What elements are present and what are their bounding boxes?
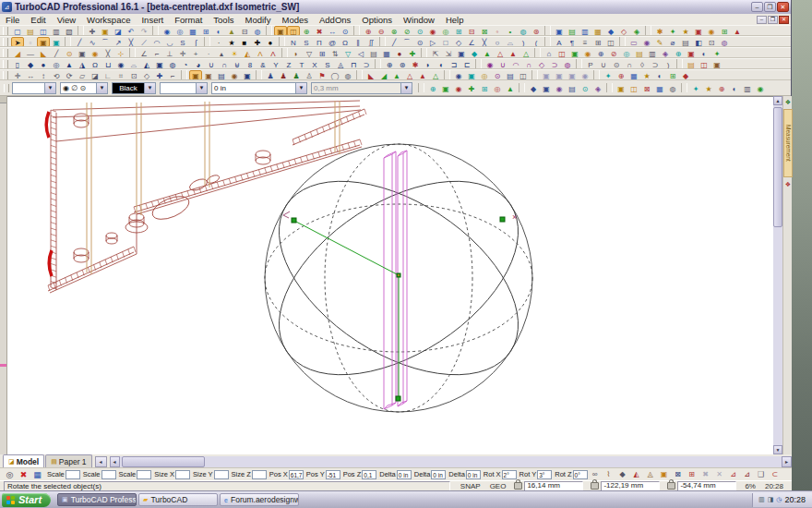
field-input[interactable]: 0° — [573, 470, 588, 479]
toolbar-icon[interactable]: ▢ — [11, 26, 24, 36]
toolbar-icon[interactable]: ▤ — [215, 70, 228, 80]
toolbar-icon[interactable]: Λ — [267, 48, 280, 58]
field-input[interactable]: -51 — [326, 470, 340, 479]
toolbar-icon[interactable]: X — [308, 59, 321, 69]
toolbar-icon[interactable]: ∬ — [364, 37, 377, 47]
toolbar-icon[interactable]: ╳ — [478, 37, 491, 47]
menu-modes[interactable]: Modes — [276, 15, 314, 25]
dropdown-arrow-icon[interactable]: ▼ — [144, 83, 155, 93]
field-input[interactable] — [175, 470, 190, 479]
toolbar-icon[interactable]: ☀ — [228, 48, 241, 58]
toolbar-icon[interactable]: ◉ — [484, 59, 496, 69]
toolbar-icon[interactable]: ◭ — [241, 48, 254, 58]
toolbar-icon[interactable]: ⌒ — [400, 37, 413, 47]
toolbar-icon[interactable]: ⊙ — [610, 59, 623, 69]
property-dropdown[interactable]: 0 in▼ — [211, 82, 307, 94]
toolbar-icon[interactable]: ⟳ — [63, 70, 76, 80]
taskbar-task[interactable]: eForum.aerodesignwo... — [220, 493, 299, 506]
toolbar-icon[interactable]: ◐ — [212, 26, 225, 36]
toolbar-icon[interactable]: ◈ — [591, 83, 604, 93]
toolbar-icon[interactable]: ▦ — [186, 26, 199, 36]
menu-workspace[interactable]: Workspace — [81, 15, 136, 25]
horizontal-scroll-thumb[interactable] — [122, 456, 205, 467]
toolbar-icon[interactable]: ⇅ — [328, 48, 341, 58]
toolbar-icon[interactable]: ▤ — [566, 26, 579, 36]
toolbar-icon[interactable]: ▴ — [215, 48, 228, 58]
toolbar-icon[interactable]: ● — [264, 37, 277, 47]
menu-view[interactable]: View — [52, 15, 81, 25]
menu-options[interactable]: Options — [356, 15, 398, 25]
toolbar-icon[interactable]: ◍ — [666, 83, 679, 93]
toolbar-icon[interactable]: ⊙ — [339, 26, 352, 36]
toolbar-icon[interactable]: ▫ — [24, 37, 37, 47]
inspector-option-icon[interactable]: ⊿ — [741, 469, 754, 479]
toolbar-icon[interactable]: ◉ — [754, 83, 767, 93]
dropdown-arrow-icon[interactable]: ▼ — [44, 83, 55, 93]
toolbar-icon[interactable]: ◎ — [491, 83, 504, 93]
toolbar-icon[interactable]: ▤ — [367, 48, 380, 58]
toolbar-icon[interactable]: ★ — [640, 70, 653, 80]
dropdown-arrow-icon[interactable]: ▼ — [295, 83, 306, 93]
toolbar-icon[interactable]: ↔ — [326, 26, 339, 36]
toolbar-icon[interactable]: ⊙ — [413, 37, 426, 47]
close-button[interactable]: ✕ — [777, 2, 789, 12]
toolbar-icon[interactable]: A — [553, 37, 566, 47]
toolbar-icon[interactable]: ◎ — [50, 59, 63, 69]
inspector-option-icon[interactable]: ◬ — [644, 469, 657, 479]
toolbar-icon[interactable]: ◠ — [509, 59, 522, 69]
toolbar-icon[interactable]: ◫ — [627, 83, 640, 93]
field-input[interactable]: 0 in — [466, 470, 481, 479]
menu-tools[interactable]: Tools — [208, 15, 239, 25]
toolbar-icon[interactable]: ◗ — [422, 59, 435, 69]
toolbar-icon[interactable]: ↶ — [125, 26, 137, 36]
toolbar-icon[interactable]: ◉ — [705, 26, 718, 36]
toolbar-icon[interactable]: S — [321, 59, 334, 69]
toolbar-icon[interactable]: 8 — [244, 59, 257, 69]
toolbar-icon[interactable]: ▣ — [540, 70, 553, 80]
toolbar-icon[interactable]: ⚑ — [316, 70, 328, 80]
toolbar-icon[interactable]: ▲ — [416, 70, 429, 80]
toolbar-icon[interactable]: ▣ — [439, 83, 452, 93]
toolbar-grip[interactable] — [3, 27, 8, 35]
toolbar-icon[interactable]: ⊥ — [163, 48, 176, 58]
toolbar-icon[interactable]: ✛ — [176, 48, 189, 58]
toolbar-icon[interactable]: ⌓ — [127, 59, 140, 69]
toolbar-icon[interactable]: ◢ — [11, 48, 24, 58]
toolbar-icon[interactable]: ◠ — [150, 37, 163, 47]
toolbar-icon[interactable]: ◧ — [692, 37, 705, 47]
toolbar-icon[interactable]: ✱ — [409, 59, 422, 69]
toolbar-icon[interactable]: ▣ — [76, 48, 89, 58]
toolbar-icon[interactable]: ▷ — [426, 37, 439, 47]
toolbar-icon[interactable]: ◊ — [636, 59, 649, 69]
toolbar-icon[interactable]: ⊗ — [388, 26, 400, 36]
toolbar-icon[interactable]: ⊖ — [375, 26, 388, 36]
toolbar-icon[interactable]: ╱ — [388, 37, 400, 47]
toolbar-icon[interactable]: S — [176, 37, 189, 47]
tray-icon[interactable]: ◷ — [776, 496, 782, 503]
field-input[interactable] — [214, 470, 229, 479]
toolbar-icon[interactable]: ╱ — [50, 48, 63, 58]
toolbar-icon[interactable]: □ — [439, 37, 452, 47]
toolbar-icon[interactable]: ◇ — [452, 37, 465, 47]
toolbar-icon[interactable]: ⊓ — [347, 59, 360, 69]
toolbar-icon[interactable]: ▣ — [540, 83, 553, 93]
toolbar-icon[interactable]: ⊡ — [127, 70, 140, 80]
menu-insert[interactable]: Insert — [136, 15, 169, 25]
toolbar-icon[interactable]: ⊟ — [238, 26, 251, 36]
toolbar-icon[interactable]: ◎ — [478, 70, 491, 80]
toolbar-icon[interactable]: ⊃ — [649, 59, 662, 69]
toolbar-grip[interactable] — [3, 49, 8, 57]
toolbar-icon[interactable]: ◉ — [452, 83, 465, 93]
toolbar-icon[interactable]: • — [504, 26, 517, 36]
toolbar-icon[interactable]: P — [584, 59, 597, 69]
toolbar-icon[interactable]: ⊡ — [705, 37, 718, 47]
taskbar-task[interactable]: ▰TurboCAD — [138, 493, 218, 506]
toolbar-icon[interactable]: ▥ — [741, 83, 754, 93]
toolbar-icon[interactable]: ⇱ — [429, 48, 442, 58]
inspector-option-icon[interactable]: ✖ — [699, 469, 712, 479]
dropdown-arrow-icon[interactable]: ▼ — [400, 83, 412, 93]
toolbar-icon[interactable]: ♟ — [290, 70, 303, 80]
toolbar-grip[interactable] — [3, 71, 8, 79]
toolbar-icon[interactable]: ◯ — [328, 70, 341, 80]
toolbar-icon[interactable]: ▣ — [153, 59, 166, 69]
